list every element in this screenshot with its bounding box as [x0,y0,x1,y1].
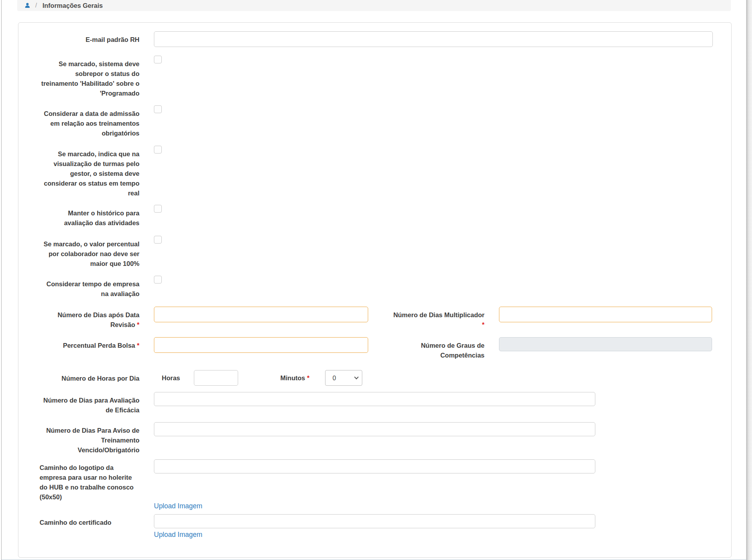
required-asterisk: * [386,320,484,330]
percentual-perda-bolsa-label: Percentual Perda Bolsa * [40,337,139,350]
general-info-form: E-mail padrão RH Se marcado, sistema dev… [18,22,732,558]
upload-imagem-logotipo-link[interactable]: Upload Imagem [154,502,202,510]
checkbox-manter-historico[interactable] [154,205,162,213]
caminho-logotipo-input[interactable] [154,459,595,473]
form-row-checkbox: Se marcado, sistema deve sobrepor o stat… [18,56,731,98]
required-asterisk: * [307,374,309,381]
graus-competencias-input [499,337,712,351]
minutos-select[interactable]: 0 [325,370,362,386]
form-row-checkbox: Considerar a data de admissão em relação… [18,105,731,138]
dias-aviso-treinamento-label: Número de Dias Para Aviso de Treinamento… [40,422,139,455]
page-title: Informações Gerais [42,2,103,9]
sobrepor-status-label: Se marcado, sistema deve sobrepor o stat… [40,56,139,98]
settings-page: / Informações Gerais E-mail padrão RH Se… [0,0,752,560]
required-asterisk: * [137,321,139,328]
horas-por-dia-label: Número de Horas por Dia [40,370,139,383]
tempo-empresa-label: Considerar tempo de empresa na avaliação [40,276,139,299]
dias-multiplicador-input[interactable] [499,307,712,322]
percentual-perda-bolsa-input[interactable] [154,337,368,353]
graus-competencias-label: Número de Graus de Competências [386,337,484,360]
manter-historico-label: Manter o histórico para avaliação das at… [40,205,139,228]
status-tempo-real-label: Se marcado, indica que na visualização d… [40,146,139,198]
checkbox-sobrepor-status[interactable] [154,56,162,63]
form-row-dias-revisao-multiplicador: Número de Dias após Data Revisão * Númer… [18,307,731,330]
dias-avaliacao-eficacia-input[interactable] [154,392,595,406]
dias-multiplicador-label: Número de Dias Multiplicador * [386,307,484,330]
form-row-caminho-logotipo: Caminho do logotipo da empresa para usar… [18,459,731,510]
dias-apos-revisao-input[interactable] [154,307,368,322]
checkbox-status-tempo-real[interactable] [154,146,162,154]
breadcrumb-separator: / [35,2,37,9]
dias-aviso-treinamento-input[interactable] [154,422,595,436]
checkbox-percentual-100[interactable] [154,236,162,244]
caminho-certificado-label: Caminho do certificado [40,514,139,527]
email-rh-label: E-mail padrão RH [40,31,139,45]
form-row-perda-bolsa-graus: Percentual Perda Bolsa * Número de Graus… [18,337,731,360]
form-row-email: E-mail padrão RH [18,31,731,47]
checkbox-tempo-empresa[interactable] [154,276,162,284]
breadcrumb: / Informações Gerais [17,0,731,11]
form-row-avaliacao-eficacia: Número de Dias para Avaliação de Eficáci… [18,392,731,415]
vertical-scrollbar[interactable] [746,0,752,560]
required-asterisk: * [137,342,139,349]
form-row-caminho-certificado: Caminho do certificado Upload Imagem [18,514,731,539]
horas-label: Horas [162,370,180,386]
form-row-checkbox: Se marcado, indica que na visualização d… [18,146,731,198]
dias-avaliacao-eficacia-label: Número de Dias para Avaliação de Eficáci… [40,392,139,415]
form-row-checkbox: Manter o histórico para avaliação das at… [18,205,731,228]
checkbox-data-admissao[interactable] [154,105,162,113]
caminho-certificado-input[interactable] [154,514,595,528]
form-row-checkbox: Considerar tempo de empresa na avaliação [18,276,731,299]
dias-apos-revisao-label: Número de Dias após Data Revisão * [40,307,139,330]
upload-imagem-certificado-link[interactable]: Upload Imagem [154,531,202,539]
data-admissao-label: Considerar a data de admissão em relação… [40,105,139,138]
user-icon[interactable] [24,2,31,9]
percentual-100-label: Se marcado, o valor percentual por colab… [40,236,139,269]
email-rh-input[interactable] [154,31,713,47]
form-row-horas-por-dia: Número de Horas por Dia Horas Minutos * … [18,370,731,386]
form-row-checkbox: Se marcado, o valor percentual por colab… [18,236,731,269]
horas-input[interactable] [194,370,238,386]
page-left-border [1,0,2,560]
minutos-label: Minutos * [280,370,309,386]
form-row-aviso-treinamento: Número de Dias Para Aviso de Treinamento… [18,422,731,455]
caminho-logotipo-label: Caminho do logotipo da empresa para usar… [40,459,139,502]
